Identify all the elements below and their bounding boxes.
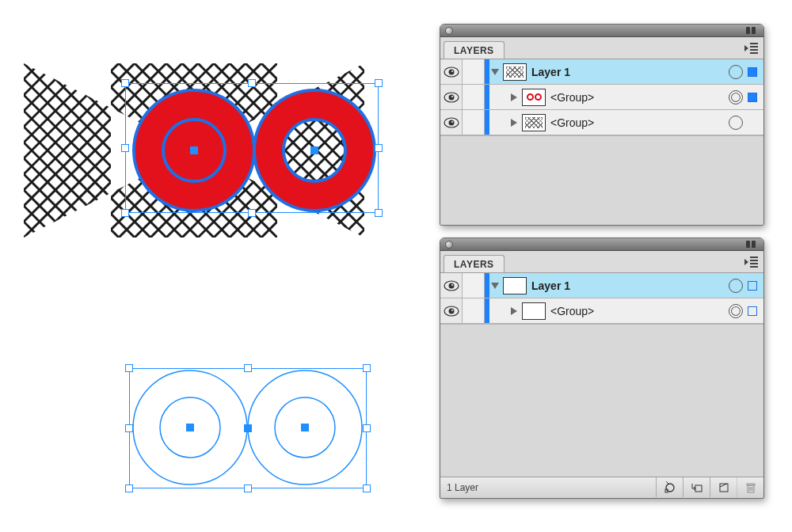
svg-rect-104 (747, 484, 755, 485)
svg-point-89 (451, 96, 453, 97)
close-icon[interactable] (445, 27, 453, 35)
collapse-icon[interactable] (746, 241, 759, 248)
svg-point-91 (448, 120, 454, 125)
lock-toggle[interactable] (463, 273, 485, 298)
target-icon[interactable] (729, 279, 743, 293)
layer-thumbnail[interactable] (522, 302, 546, 320)
canvas-area (24, 63, 356, 238)
visibility-toggle[interactable] (440, 298, 463, 323)
collapse-icon[interactable] (746, 27, 759, 34)
selection-handle[interactable] (248, 209, 256, 217)
layer-row[interactable]: <Group> (440, 298, 763, 324)
panel-titlebar[interactable] (440, 238, 763, 251)
layer-row[interactable]: Layer 1 (440, 59, 763, 85)
anchor-point[interactable] (310, 146, 318, 154)
tab-layers[interactable]: LAYERS (444, 255, 505, 272)
chevron-right-icon (511, 307, 517, 315)
selection-handle[interactable] (375, 79, 383, 87)
target-icon[interactable] (729, 65, 743, 79)
expand-toggle[interactable] (508, 307, 520, 315)
target-icon[interactable] (729, 304, 743, 318)
visibility-toggle[interactable] (440, 85, 463, 109)
layer-thumbnail[interactable] (503, 277, 527, 294)
layer-count-label: 1 Layer (447, 482, 478, 493)
make-clipping-mask-button[interactable] (656, 477, 683, 497)
visibility-toggle[interactable] (440, 110, 463, 135)
selection-handle[interactable] (244, 484, 252, 492)
svg-point-88 (448, 94, 454, 100)
artwork-rings-outline[interactable] (127, 364, 356, 495)
new-sublayer-button[interactable] (683, 477, 710, 497)
layer-thumbnail[interactable] (522, 114, 546, 131)
layer-name-label[interactable]: Layer 1 (531, 279, 729, 292)
panel-titlebar[interactable] (440, 25, 763, 37)
panel-menu-icon[interactable] (744, 42, 759, 55)
layer-row[interactable]: Layer 1 (440, 273, 763, 298)
layer-row[interactable]: <Group> (440, 85, 763, 110)
target-icon[interactable] (729, 90, 743, 104)
layer-row[interactable]: <Group> (440, 110, 763, 135)
svg-line-2 (0, 63, 24, 238)
new-layer-button[interactable] (710, 477, 737, 497)
selection-handle[interactable] (363, 484, 371, 492)
lock-toggle[interactable] (463, 59, 485, 84)
svg-point-95 (451, 284, 453, 286)
layer-name-label[interactable]: <Group> (550, 305, 729, 317)
expand-toggle[interactable] (508, 119, 520, 127)
svg-point-92 (451, 121, 453, 123)
eye-icon (444, 280, 459, 291)
selection-handle[interactable] (244, 364, 252, 372)
layer-thumbnail[interactable] (522, 89, 546, 106)
selection-handle[interactable] (363, 424, 371, 432)
expand-toggle[interactable] (508, 93, 520, 101)
layer-thumbnail[interactable] (503, 63, 527, 81)
delete-layer-button[interactable] (737, 477, 763, 497)
anchor-point[interactable] (244, 424, 252, 432)
selection-indicator[interactable] (748, 306, 757, 316)
target-icon[interactable] (729, 116, 743, 130)
selection-handle[interactable] (121, 79, 129, 87)
lock-toggle[interactable] (463, 85, 485, 109)
selection-handle[interactable] (125, 484, 133, 492)
layer-list: Layer 1<Group><Group> (440, 59, 763, 136)
selection-indicator[interactable] (748, 281, 757, 291)
selection-handle[interactable] (375, 209, 383, 217)
layer-list: Layer 1<Group> (440, 273, 763, 325)
selection-indicator[interactable] (748, 67, 757, 77)
selection-handle[interactable] (375, 144, 383, 152)
lock-toggle[interactable] (463, 110, 485, 135)
eye-icon (444, 66, 459, 78)
selection-indicator[interactable] (748, 93, 757, 102)
anchor-point[interactable] (186, 424, 194, 431)
svg-rect-101 (695, 485, 702, 492)
selection-handle[interactable] (121, 144, 129, 152)
selection-handle[interactable] (125, 364, 133, 372)
panel-menu-icon[interactable] (744, 256, 759, 268)
anchor-point[interactable] (301, 424, 309, 431)
layer-name-label[interactable]: <Group> (550, 116, 729, 129)
chevron-down-icon (491, 69, 499, 75)
selection-bounds[interactable] (125, 83, 379, 213)
close-icon[interactable] (445, 241, 453, 249)
chevron-right-icon (511, 119, 517, 127)
selection-handle[interactable] (125, 424, 133, 432)
layer-name-label[interactable]: <Group> (550, 91, 729, 104)
anchor-point[interactable] (190, 146, 198, 154)
layer-name-label[interactable]: Layer 1 (531, 66, 729, 78)
selection-handle[interactable] (363, 364, 371, 372)
svg-point-85 (448, 69, 454, 74)
indent-spacer (489, 85, 508, 109)
expand-toggle[interactable] (489, 283, 501, 289)
tab-layers[interactable]: LAYERS (444, 41, 505, 59)
visibility-toggle[interactable] (440, 59, 463, 84)
selection-handle[interactable] (248, 79, 256, 87)
indent-spacer (489, 110, 508, 135)
indent-spacer (489, 298, 508, 323)
visibility-toggle[interactable] (440, 273, 463, 298)
expand-toggle[interactable] (489, 69, 501, 75)
svg-point-86 (451, 70, 453, 72)
lock-toggle[interactable] (463, 298, 485, 323)
selection-handle[interactable] (121, 209, 129, 217)
eye-icon (444, 92, 459, 103)
artwork-rings-hatch[interactable] (24, 63, 356, 238)
